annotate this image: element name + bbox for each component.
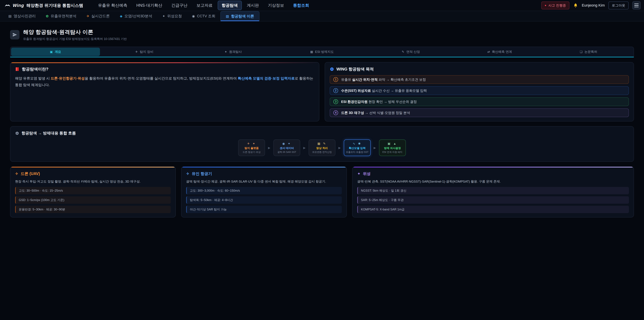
- intro-title-text: 항공탐색이란?: [22, 67, 48, 72]
- goal-item-1: 1 유출유 실시간 위치·면적 파악 → 확산예측 초기조건 보정: [330, 75, 629, 84]
- tab-remote-sensing[interactable]: ✦ 원격탐사: [189, 48, 278, 56]
- flow-arrow-icon: ▶: [374, 146, 376, 150]
- processing-icons: ▦ ✎: [310, 142, 334, 145]
- nav-item-oil-spill-prediction[interactable]: 유출유 확산예측: [94, 1, 131, 10]
- tab-label: 면적 산정: [406, 50, 420, 54]
- goal-post: 파악 → 확산예측 초기조건 보정: [378, 78, 426, 81]
- goal-post: 현장 확인 → 방제 우선순위 결정: [368, 100, 417, 104]
- nav-item-board[interactable]: 게시판: [243, 1, 263, 10]
- nav-item-aerial-search[interactable]: 항공탐색: [218, 1, 242, 10]
- satellite-description: 광역·반복 관측. SST(NOAA AVHRR·NGSST)·SAR(Sent…: [357, 179, 629, 184]
- subtab-label: 오염/선박3D분석: [124, 14, 152, 19]
- goals-card: WING 항공탐색 목적 1 유출유 실시간 위치·면적 파악 → 확산예측 초…: [325, 62, 634, 122]
- plane-icon: ✈: [135, 50, 138, 54]
- bell-icon: [573, 3, 578, 8]
- subtab-label: 영상사진관리: [14, 14, 36, 19]
- flow-node-sublabel: ESI 연계·자원 배치: [381, 151, 404, 154]
- subtab-image-photo-management[interactable]: ▤ 영상사진관리: [3, 11, 41, 21]
- satellite-title-text: 위성: [363, 171, 370, 176]
- aircraft-title-text: 유인 항공기: [192, 171, 212, 176]
- page: Wing 해양환경 위기대응 통합시스템 유출유 확산예측 HNS·대기확산 긴…: [0, 0, 644, 320]
- nav-item-integrated-search[interactable]: 통합조회: [289, 1, 313, 10]
- brand-name: Wing: [13, 3, 24, 8]
- subtab-pollution-ship-3d[interactable]: ◈ 오염/선박3D분석: [115, 11, 157, 21]
- subtab-label: 위성요청: [167, 14, 182, 19]
- goal-text: 수온(SST) 위성자료 실시간 수신 → 유출유 풍화모델 입력: [341, 88, 427, 93]
- subtab-label: 항공탐색 이론: [231, 14, 254, 19]
- notification-bell-button[interactable]: [573, 3, 578, 8]
- manned-aircraft-card: ✈ 유인 항공기 광역 탐색·장시간 체공. 광학·IR·SAR·SLAR·UV…: [181, 166, 347, 217]
- flow-node-label: 영상 처리: [310, 147, 334, 150]
- spec-row: 고도: 30~500m · 속도: 15~25m/s: [15, 187, 171, 194]
- page-subtitle: 유출유 원격탐지·항공감시 기법·ESI 방제정보지도·등록특허 10-1567…: [23, 37, 127, 41]
- tab-detection-equipment[interactable]: ✈ 탐지 장비: [100, 48, 189, 56]
- flow-node-label: 탐지 플랫폼: [240, 147, 263, 150]
- goal-item-3: 3 ESI 환경민감자원 현장 확인 → 방제 우선순위 결정: [330, 97, 629, 106]
- brand-logo[interactable]: Wing 해양환경 위기대응 통합시스템: [5, 3, 83, 8]
- aircraft-icon: ✈: [186, 171, 189, 176]
- spec-row: KOMPSAT-5: X-band SAR 1m급: [357, 206, 629, 213]
- flow-node-sublabel: 광학·IR·SAR·SST: [275, 151, 298, 154]
- goals-title-text: WING 항공탐색 목적: [336, 67, 374, 72]
- aircraft-card-title: ✈ 유인 항공기: [186, 171, 342, 176]
- nav-item-weather[interactable]: 기상정보: [264, 1, 288, 10]
- chart-icon: ▧: [226, 15, 229, 18]
- tab-label: 확산예측 연계: [492, 50, 512, 54]
- tab-prediction-link[interactable]: ⇄ 확산예측 연계: [455, 48, 544, 56]
- film-icon: ▤: [8, 15, 12, 18]
- satellite-card: ✦ 위성 광역·반복 관측. SST(NOAA AVHRR·NGSST)·SAR…: [352, 166, 634, 217]
- wing-logo-icon: [5, 4, 10, 7]
- drone-title-text: 드론 (UAV): [21, 171, 40, 176]
- flow-title-text: 항공탐색 → 방제대응 통합 흐름: [22, 131, 76, 136]
- spec-row: SAR: 5~25m 해상도 · 구름 무관: [357, 196, 629, 204]
- goal-bold: ESI 환경민감자원: [341, 100, 368, 104]
- subtab-label: 유출유면적분석: [51, 14, 76, 19]
- goal-post: → 선박 식별·오염원 정밀 분석: [364, 111, 410, 115]
- flow-arrow-icon: ▶: [268, 146, 270, 150]
- spec-row: 고도: 300~3,000m · 속도: 60~150m/s: [186, 187, 342, 194]
- goal-text: 유출유 실시간 위치·면적 파악 → 확산예측 초기조건 보정: [341, 77, 426, 82]
- incident-status-dot: ●: [545, 4, 546, 7]
- flow-node-detection-platform: ✈ ✦ 탐지 플랫폼 드론·항공기·위성: [238, 139, 265, 156]
- page-title: 해양 항공탐색·원격탐사 이론: [23, 29, 127, 36]
- flow-node-label: 방제 의사결정: [381, 147, 404, 150]
- nav-item-hns-atmospheric[interactable]: HNS·대기확산: [132, 1, 166, 10]
- flow-node-sublabel: 유출위치·유출량·SST: [346, 151, 369, 154]
- tab-papers-patents[interactable]: ❏ 논문특허: [544, 48, 633, 56]
- hamburger-menu-button[interactable]: [632, 1, 641, 10]
- tab-label: 탐지 장비: [140, 50, 153, 54]
- drone-description: 현장 즉시 투입·저고도 정밀 촬영. 광학·적외선 카메라 탑재, 실시간 영…: [15, 179, 171, 184]
- subtab-cctv-view[interactable]: ◉ CCTV 조회: [187, 11, 220, 21]
- tab-overview[interactable]: ▣ 개요: [11, 48, 100, 56]
- flow-arrow-icon: ▶: [338, 146, 341, 150]
- link-icon: ⇄: [487, 50, 490, 54]
- subtab-realtime-drone[interactable]: ✈ 실시간드론: [82, 11, 115, 21]
- incident-status-badge[interactable]: ● 사고 진행중: [541, 2, 569, 10]
- overview-icon: ▣: [50, 50, 53, 54]
- incident-status-label: 사고 진행중: [548, 3, 566, 8]
- logout-button[interactable]: 로그아웃: [608, 2, 628, 10]
- flow-node-response-decision: ▣ ▲ 방제 의사결정 ESI 연계·자원 배치: [379, 139, 406, 156]
- nav-item-emergency-rescue[interactable]: 긴급구난: [167, 1, 192, 10]
- top-navbar: Wing 해양환경 위기대응 통합시스템 유출유 확산예측 HNS·대기확산 긴…: [0, 0, 644, 11]
- goal-number: 2: [334, 88, 338, 93]
- goal-post: 실시간 수신 → 유출유 풍화모델 입력: [371, 89, 427, 93]
- intro-highlight-model-input: 확산예측 모델의 검증·보정 입력자료: [238, 76, 295, 80]
- platform-icons: ✈ ✦: [240, 142, 263, 145]
- user-name: Eunjeong Kim: [582, 3, 605, 8]
- subtab-oil-area-analysis[interactable]: ✿ 유출유면적분석: [41, 11, 82, 21]
- subtab-satellite-request[interactable]: ✦ 위성요청: [157, 11, 187, 21]
- tab-area-calculation[interactable]: ✎ 면적 산정: [366, 48, 455, 56]
- flow-node-sublabel: 드론·항공기·위성: [240, 151, 263, 154]
- section-tab-bar: ▣ 개요 ✈ 탐지 장비 ✦ 원격탐사 ▦ ESI 방제지도 ✎ 면적 산정 ⇄…: [10, 47, 634, 57]
- map-icon: ▦: [310, 50, 313, 54]
- flow-card: 항공탐색 → 방제대응 통합 흐름 ✈ ✦ 탐지 플랫폼 드론·항공기·위성 ▶…: [10, 126, 634, 162]
- intro-seg: 해양 유류오염 발생 시: [15, 76, 51, 80]
- tab-esi-map[interactable]: ▦ ESI 방제지도: [278, 48, 366, 56]
- spec-row: GSD: 1~5cm/px (100m 고도 기준): [15, 196, 171, 204]
- flow-node-sensor-data: ◉ ✦ 센서 데이터 광학·IR·SAR·SST: [273, 139, 300, 156]
- subtab-aerial-search-theory[interactable]: ▧ 항공탐색 이론: [220, 11, 260, 21]
- goal-item-2: 2 수온(SST) 위성자료 실시간 수신 → 유출유 풍화모델 입력: [330, 86, 629, 95]
- page-header: 해양 항공탐색·원격탐사 이론 유출유 원격탐지·항공감시 기법·ESI 방제정…: [10, 29, 634, 41]
- nav-item-reports[interactable]: 보고자료: [192, 1, 217, 10]
